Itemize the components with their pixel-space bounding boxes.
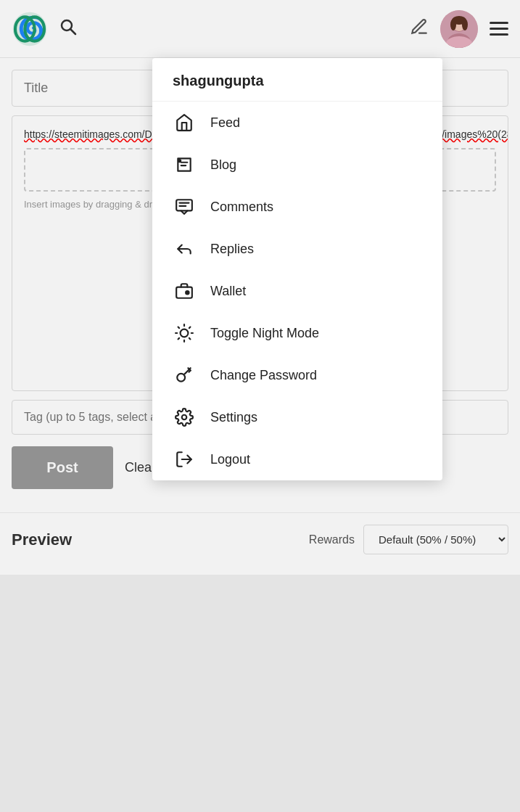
settings-label: Settings	[210, 410, 257, 425]
replies-icon	[173, 239, 196, 258]
svg-point-21	[186, 291, 189, 294]
svg-line-30	[189, 327, 191, 329]
wallet-label: Wallet	[210, 284, 246, 299]
night-mode-icon	[173, 324, 196, 343]
dropdown-item-comments[interactable]: Comments	[152, 186, 442, 228]
feed-label: Feed	[210, 115, 240, 131]
dropdown-item-wallet[interactable]: Wallet	[152, 270, 442, 312]
settings-icon	[173, 408, 196, 427]
comments-label: Comments	[210, 200, 273, 215]
dropdown-item-blog[interactable]: Blog	[152, 144, 442, 186]
night-mode-label: Toggle Night Mode	[210, 326, 319, 341]
svg-point-32	[182, 415, 187, 420]
change-password-label: Change Password	[210, 368, 317, 383]
dropdown-username: shagungupta	[152, 58, 442, 102]
svg-rect-17	[176, 200, 192, 210]
logout-label: Logout	[210, 452, 250, 467]
svg-point-16	[178, 160, 181, 162]
dropdown-item-settings[interactable]: Settings	[152, 396, 442, 438]
dropdown-menu: shagungupta Feed Blog	[152, 58, 442, 480]
svg-point-31	[177, 374, 185, 382]
logout-icon	[173, 450, 196, 469]
svg-rect-20	[176, 287, 192, 298]
dropdown-item-night-mode[interactable]: Toggle Night Mode	[152, 312, 442, 354]
svg-line-26	[189, 338, 191, 340]
dropdown-item-logout[interactable]: Logout	[152, 438, 442, 480]
comments-icon	[173, 197, 196, 216]
blog-icon	[173, 155, 196, 174]
svg-point-22	[181, 329, 189, 337]
dropdown-item-replies[interactable]: Replies	[152, 228, 442, 270]
dropdown-item-feed[interactable]: Feed	[152, 102, 442, 144]
svg-line-29	[178, 338, 180, 340]
replies-label: Replies	[210, 242, 254, 257]
svg-line-25	[178, 327, 180, 329]
blog-label: Blog	[210, 157, 236, 173]
dropdown-item-change-password[interactable]: Change Password	[152, 354, 442, 396]
key-icon	[173, 366, 196, 385]
feed-icon	[173, 113, 196, 132]
wallet-icon	[173, 282, 196, 300]
